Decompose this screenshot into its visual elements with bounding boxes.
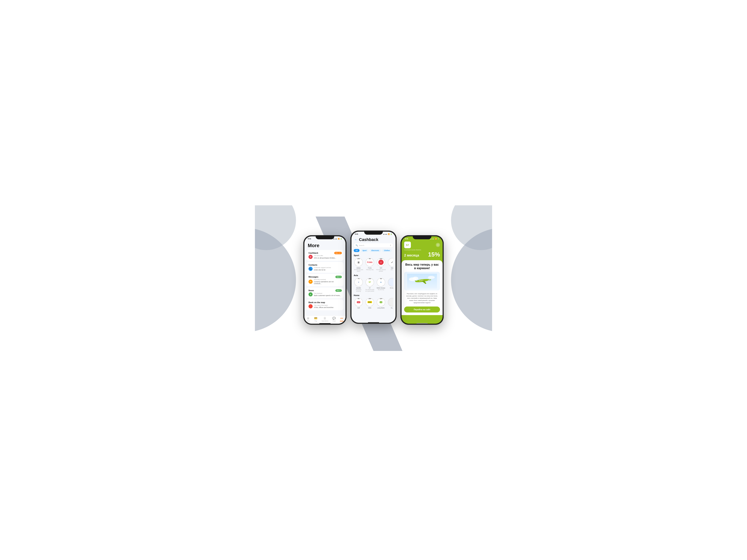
- bank-map-card[interactable]: Bank on the map 📍 The map of the bank AT…: [306, 299, 344, 310]
- on-item[interactable]: On ev...: [387, 278, 393, 292]
- slr-item[interactable]: 15% 5 5LR For every second product: [376, 258, 386, 272]
- aeroflot-circle: 7% ✈: [354, 278, 363, 287]
- s7-desc: The whole world is in your pocket: [365, 289, 375, 292]
- nav-operations[interactable]: ☰ Operations: [321, 317, 329, 322]
- chat-icon: 💬: [332, 317, 336, 320]
- contacts-sub: Customer support service: [314, 267, 331, 269]
- search-bar[interactable]: 🔍 Search 🎙: [354, 243, 393, 247]
- filter-all[interactable]: All: [354, 249, 360, 252]
- home-other-circle: [388, 298, 393, 306]
- left-screen: 9:41 ▲▲▲ 📶 🔋 More: [304, 236, 345, 324]
- filter-clothes[interactable]: Clothes: [382, 249, 392, 252]
- adidas-desc: All February and March: [354, 269, 363, 272]
- news-sub: The freshest: [314, 293, 341, 294]
- back-button[interactable]: ←: [355, 238, 357, 241]
- sport-section: Sport 10% ||| Adidas All February and Ma…: [352, 254, 395, 273]
- svg-point-8: [428, 276, 435, 279]
- cashback-desc: 20% on all purchases MVideo...: [314, 257, 336, 259]
- leroy-item[interactable]: 12% LM Leroy-Merlin: [376, 298, 386, 309]
- center-battery: 🔋: [390, 233, 392, 235]
- nike-item[interactable]: ✓ Nike Inte...: [387, 258, 393, 272]
- nike-logo: ✓: [391, 261, 393, 264]
- adidas-logo: |||: [358, 261, 359, 263]
- sport-title: Sport: [354, 254, 393, 257]
- cashback-title: Cashback: [359, 237, 378, 242]
- home-other-item[interactable]: Ho...: [387, 298, 393, 309]
- s7-cashback-label: Cashback на все билеты: [404, 249, 440, 251]
- news-desc: Bank customers spend a lot of mone...: [314, 295, 341, 296]
- filter-electronic[interactable]: Electronic: [369, 249, 381, 252]
- right-screen: 9:41 ▲▲▲ 📶 🔋 S7 ✕ Cashback на все билеты: [402, 236, 443, 324]
- s7-close-button[interactable]: ✕: [436, 243, 440, 247]
- operations-icon: ☰: [323, 317, 327, 320]
- left-phone: 9:41 ▲▲▲ 📶 🔋 More: [303, 235, 346, 325]
- puma-item[interactable]: 5% PUMA Puma February only: [365, 258, 375, 272]
- filter-tabs: All Sport Electronic Clothes: [352, 249, 395, 254]
- wifi-icon: 📶: [338, 238, 340, 240]
- messages-card[interactable]: Messages New 3 ✉ Recently received Curre…: [306, 274, 344, 286]
- filter-sport[interactable]: Sport: [361, 249, 368, 252]
- messages-icon: ✉: [309, 279, 313, 284]
- cashback-card[interactable]: Cashback More 23 M The best offer 20% on…: [306, 250, 344, 261]
- messages-desc: Currency operations are not conducte...: [314, 281, 341, 285]
- map-sub: The map of the bank: [314, 304, 334, 306]
- more-icon: •••: [340, 317, 344, 320]
- s7-plane-area: [404, 272, 440, 290]
- ikea-name: IKEA: [368, 307, 371, 309]
- center-home-bar: [368, 322, 379, 323]
- left-home-bar: [319, 323, 331, 324]
- svg-rect-10: [419, 281, 420, 281]
- on-circle: [388, 278, 393, 287]
- center-time: 9:41: [355, 233, 358, 235]
- leroy-name: Leroy-Merlin: [378, 307, 385, 309]
- nav-more[interactable]: ••• More: [340, 317, 344, 322]
- cashback-scroll[interactable]: Sport 10% ||| Adidas All February and Ma…: [352, 254, 395, 320]
- home-other-name: Ho...: [391, 307, 393, 309]
- more-cards: Cashback More 23 M The best offer 20% on…: [304, 250, 345, 310]
- ba-name: British Airways: [377, 287, 385, 289]
- s7-logo-small: S7: [369, 281, 371, 283]
- center-notch: [364, 231, 383, 235]
- s7-logo-box: S7: [404, 242, 411, 248]
- s7-cta-button[interactable]: Перейти на сайт: [404, 306, 440, 313]
- cashback-header: ← Cashback: [352, 235, 395, 243]
- right-wifi: 📶: [435, 238, 437, 240]
- s7-item[interactable]: 15% S7 S7 The whole world is in your poc…: [365, 278, 375, 292]
- contacts-card-title: Contacts: [309, 264, 341, 266]
- puma-pct: 5%: [368, 258, 371, 259]
- right-time: 9:41: [405, 238, 408, 240]
- center-status-icons: ▲▲▲ 📶 🔋: [383, 233, 392, 235]
- ba-circle: 5% BA: [377, 278, 385, 287]
- s7-description: Рассекать снег сноубордом или серфить по…: [404, 293, 440, 304]
- leroy-pct: 12%: [379, 298, 383, 299]
- adidas-item[interactable]: 10% ||| Adidas All February and March: [354, 258, 363, 272]
- mic-icon[interactable]: 🎙: [390, 244, 391, 246]
- nav-chat[interactable]: 💬 Chat: [332, 317, 336, 322]
- s7-name: S7: [369, 287, 371, 289]
- map-icon: 📍: [309, 304, 313, 309]
- contacts-card[interactable]: Contacts 📞 Customer support service 8 80…: [306, 262, 344, 273]
- scene: 9:41 ▲▲▲ 📶 🔋 More: [255, 205, 492, 355]
- nav-main[interactable]: ⊞ Main: [306, 317, 310, 322]
- nav-pay[interactable]: 💳 Pay: [314, 317, 318, 322]
- left-scroll[interactable]: More Cashback More 23 M The best offer: [304, 240, 345, 317]
- more-header: More: [304, 240, 345, 250]
- aeroflot-name: Aeroflot: [356, 287, 361, 289]
- slr-circle: 15% 5: [377, 258, 385, 267]
- home-title: Home: [354, 294, 393, 296]
- slr-desc: For every second product: [376, 269, 386, 272]
- home-section: Home 4% Hoff Hoff 1: [352, 293, 395, 310]
- ba-desc: Fly and buy: [378, 289, 384, 290]
- aeroflot-item[interactable]: 7% ✈ Aeroflot Absolutely amazing: [354, 278, 363, 292]
- avia-grid: 7% ✈ Aeroflot Absolutely amazing 15% S7: [354, 278, 393, 292]
- s7-promo-title: Весь мир теперь у вас в кармане!: [404, 263, 440, 270]
- leroy-circle: 12% LM: [377, 298, 385, 306]
- ba-item[interactable]: 5% BA British Airways Fly and buy: [376, 278, 386, 292]
- s7-top: S7 ✕ Cashback на все билеты 2 месяца 15%: [402, 240, 443, 260]
- puma-circle: 5% PUMA: [365, 258, 374, 267]
- puma-desc: February only: [366, 269, 374, 270]
- hoff-item[interactable]: 4% Hoff Hoff: [354, 298, 363, 309]
- ikea-item[interactable]: 15% IKEA IKEA: [365, 298, 375, 309]
- sport-grid: 10% ||| Adidas All February and March 5%…: [354, 258, 393, 272]
- news-card[interactable]: News New 1 ● The freshest Bank customers…: [306, 288, 344, 298]
